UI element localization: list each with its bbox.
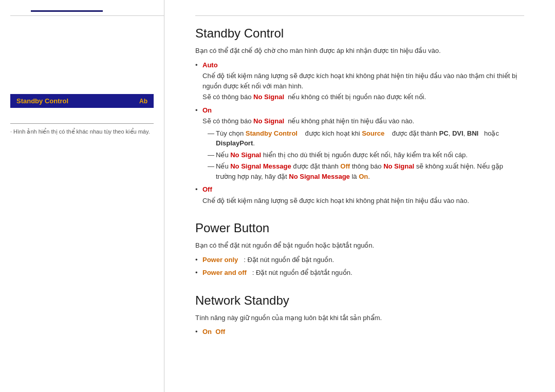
standby-control-title: Standby Control [195, 26, 524, 41]
page-container: Standby Control Ab · Hình ảnh hiển thị c… [0, 0, 555, 392]
no-signal-3: No Signal [230, 151, 261, 159]
no-signal-1: No Signal [253, 93, 284, 101]
off-title: Off [202, 185, 212, 193]
main-content: Standby Control Bạn có thể đặt chế độ ch… [164, 0, 555, 392]
network-standby-section: Network Standby Tính năng này giữ nguồn … [195, 293, 524, 337]
power-button-desc: Bạn có thể đặt nút nguồn để bật nguồn ho… [195, 240, 524, 251]
list-item-off: Off Chế độ tiết kiệm năng lượng sẽ được … [195, 184, 524, 206]
no-signal-4: No Signal [383, 162, 414, 170]
auto-title: Auto [202, 61, 218, 69]
network-standby-desc: Tính năng này giữ nguồn của mạng luôn bậ… [195, 313, 524, 323]
sidebar-note: · Hình ảnh hiển thị có thể khác nhau tùy… [10, 128, 154, 136]
auto-note: Sẽ có thông báo No Signal nếu không có t… [202, 92, 524, 102]
sidebar-top-divider [10, 15, 164, 16]
no-signal-2: No Signal [253, 117, 284, 125]
standby-control-list: Auto Chế độ tiết kiệm năng lượng sẽ được… [195, 60, 524, 206]
list-item-auto: Auto Chế độ tiết kiệm năng lượng sẽ được… [195, 60, 524, 102]
power-only-item: Power only : Đặt nút nguồn để bật nguồn. [195, 255, 524, 265]
no-signal-msg-ref: No Signal Message [230, 162, 291, 170]
on-title: On [202, 106, 212, 114]
network-standby-item: On Off [195, 327, 524, 337]
power-and-off-item: Power and off : Đặt nút nguồn để bật/tắt… [195, 268, 524, 278]
no-signal-msg-ref2: No Signal Message [289, 173, 349, 180]
off-body: Chế độ tiết kiệm năng lượng sẽ được kích… [202, 196, 524, 206]
off-ref: Off [340, 162, 350, 170]
auto-body: Chế độ tiết kiệm năng lượng sẽ được kích… [202, 71, 524, 91]
on-body: Sẽ có thông báo No Signal nếu không phát… [202, 116, 524, 126]
power-only-label: Power only [202, 256, 238, 264]
power-and-off-desc: : Đặt nút nguồn để bật/tắt nguồn. [252, 269, 353, 276]
power-button-title: Power Button [195, 221, 524, 235]
power-and-off-label: Power and off [202, 269, 247, 276]
source-ref: Source [362, 129, 384, 137]
sub-item-1: Tùy chọn Standby Control được kích hoạt … [208, 128, 524, 148]
network-standby-title: Network Standby [195, 293, 524, 308]
power-button-list: Power only : Đặt nút nguồn để bật nguồn.… [195, 255, 524, 278]
sidebar-top-line [31, 10, 103, 12]
sidebar-item-label: Standby Control [16, 97, 68, 105]
on-ref: On [359, 173, 368, 180]
sub-item-2: Nếu No Signal hiển thị cho dù thiết bị n… [208, 150, 524, 160]
standby-control-ref: Standby Control [246, 129, 298, 137]
standby-control-desc: Bạn có thể đặt chế độ chờ cho màn hình đ… [195, 46, 524, 56]
power-button-section: Power Button Bạn có thể đặt nút nguồn để… [195, 221, 524, 278]
sidebar: Standby Control Ab · Hình ảnh hiển thị c… [0, 0, 164, 392]
top-border [195, 15, 524, 16]
standby-control-section: Standby Control Bạn có thể đặt chế độ ch… [195, 26, 524, 206]
sidebar-item-value: Ab [139, 98, 147, 105]
power-only-desc: : Đặt nút nguồn để bật nguồn. [244, 256, 334, 264]
on-sub-list: Tùy chọn Standby Control được kích hoạt … [202, 128, 524, 182]
sidebar-divider [10, 123, 154, 124]
network-on-off: On Off [202, 328, 225, 335]
network-standby-list: On Off [195, 327, 524, 337]
sidebar-menu-item[interactable]: Standby Control Ab [10, 94, 154, 108]
list-item-on: On Sẽ có thông báo No Signal nếu không p… [195, 105, 524, 182]
sub-item-3: Nếu No Signal Message được đặt thành Off… [208, 161, 524, 181]
